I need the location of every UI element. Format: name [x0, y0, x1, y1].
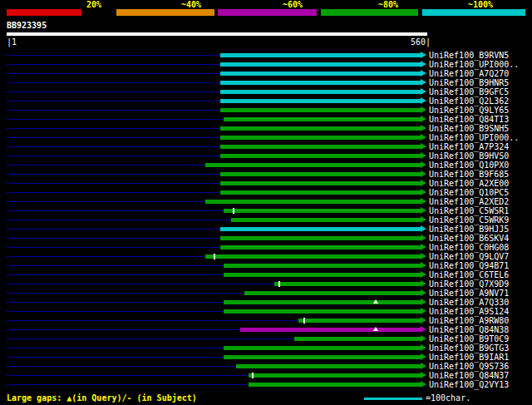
hit-label[interactable]: UniRef100_Q2L362	[429, 96, 509, 106]
alignment-bar[interactable]	[220, 81, 421, 85]
hit-label[interactable]: UniRef100_Q84TI3	[429, 115, 509, 124]
alignment-bar[interactable]	[220, 136, 421, 140]
key-segment-100pct	[422, 9, 525, 16]
hit-label[interactable]: UniRef100_Q94B71	[429, 261, 509, 270]
alignment-arrowhead-icon	[421, 52, 426, 58]
hit-label[interactable]: UniRef100_Q10PX0	[429, 161, 509, 170]
alignment-row: UniRef100_Q84N37	[0, 371, 532, 380]
alignment-bar[interactable]	[240, 328, 421, 332]
ruler-start-label: |1	[7, 37, 17, 47]
alignment-bar[interactable]	[298, 319, 421, 323]
alignment-bar[interactable]	[224, 209, 421, 213]
alignment-bar[interactable]	[224, 309, 421, 314]
hit-label[interactable]: UniRef100_C0HG08	[429, 243, 509, 252]
alignment-bar[interactable]	[220, 154, 421, 158]
hit-label[interactable]: UniRef100_C5WRK9	[429, 215, 509, 225]
hit-label[interactable]: UniRef100_Q2VY13	[429, 380, 509, 389]
alignment-bar[interactable]	[236, 364, 421, 368]
alignment-bar[interactable]	[220, 90, 421, 94]
alignment-arrowhead-icon	[421, 271, 426, 278]
hit-label[interactable]: UniRef100_Q10PC5	[429, 188, 509, 197]
hit-label[interactable]: UniRef100_B9HVS0	[429, 151, 509, 161]
alignment-bar[interactable]	[224, 273, 421, 277]
alignment-bar[interactable]	[220, 145, 421, 149]
alignment-bar[interactable]	[220, 72, 421, 76]
alignment-arrowhead-icon	[421, 353, 426, 360]
alignment-bar[interactable]	[220, 108, 421, 112]
hit-label[interactable]: UniRef100_B9T0C9	[429, 334, 509, 343]
hit-label[interactable]: UniRef100_B9HNR5	[429, 78, 509, 87]
hit-label[interactable]: UniRef100_B9GFC5	[429, 87, 509, 96]
alignment-row: UniRef100_B9GFC5	[0, 87, 532, 96]
alignment-bar[interactable]	[249, 383, 421, 387]
alignment-bar[interactable]	[224, 355, 421, 359]
alignment-row: UniRef100_UPI000..	[0, 60, 532, 69]
hit-label[interactable]: UniRef100_C5WSR1	[429, 206, 509, 215]
hit-label[interactable]: UniRef100_B6SKV4	[429, 234, 509, 243]
hit-label[interactable]: UniRef100_Q9LY65	[429, 106, 509, 115]
hit-label[interactable]: UniRef100_Q9LQV7	[429, 252, 509, 261]
alignment-bar[interactable]	[274, 282, 421, 286]
alignment-bar[interactable]	[224, 264, 421, 268]
alignment-row: UniRef100_Q94B71	[0, 261, 532, 270]
alignment-bar[interactable]	[220, 126, 421, 131]
alignment-arrowhead-icon	[421, 88, 426, 95]
alignment-bar[interactable]	[220, 99, 421, 103]
hit-label[interactable]: UniRef100_B9F685	[429, 170, 509, 179]
alignment-row: UniRef100_B6SKV4	[0, 234, 532, 243]
alignment-bar[interactable]	[220, 172, 421, 176]
alignment-bar[interactable]	[220, 245, 421, 249]
hit-label[interactable]: UniRef100_B9SNH5	[429, 124, 509, 133]
alignment-row: UniRef100_C6TEL6	[0, 270, 532, 279]
alignment-arrowhead-icon	[421, 125, 426, 131]
subject-gap-tick	[252, 373, 254, 378]
alignment-arrowhead-icon	[421, 161, 426, 168]
alignment-bar[interactable]	[224, 346, 421, 350]
alignment-bar[interactable]	[224, 117, 421, 121]
alignment-bar[interactable]	[205, 163, 421, 167]
alignment-row: UniRef100_A7P324	[0, 142, 532, 151]
alignment-arrowhead-icon	[421, 70, 426, 77]
alignment-row: UniRef100_A9S124	[0, 307, 532, 316]
hit-label[interactable]: UniRef100_A7Q270	[429, 69, 509, 78]
alignment-bar[interactable]	[220, 190, 421, 195]
hit-label[interactable]: UniRef100_B9RVN5	[429, 51, 509, 60]
alignment-bar[interactable]	[205, 254, 421, 259]
alignment-bar[interactable]	[224, 300, 421, 304]
alignment-row: UniRef100_A7Q330	[0, 298, 532, 307]
alignment-row: UniRef100_A7Q270	[0, 69, 532, 78]
hit-label[interactable]: UniRef100_A7Q330	[429, 298, 509, 307]
hit-label[interactable]: UniRef100_Q84N37	[429, 371, 509, 380]
hit-label[interactable]: UniRef100_Q7X9D9	[429, 279, 509, 289]
alignment-arrowhead-icon	[421, 299, 426, 305]
alignment-row: UniRef100_Q9LY65	[0, 106, 532, 115]
hit-label[interactable]: UniRef100_B9GTG3	[429, 343, 509, 353]
alignment-row: UniRef100_A2XED2	[0, 197, 532, 206]
alignment-bar[interactable]	[220, 227, 421, 231]
alignment-bar[interactable]	[220, 181, 421, 185]
hit-label[interactable]: UniRef100_A7P324	[429, 142, 509, 151]
hit-label[interactable]: UniRef100_UPI000..	[429, 133, 519, 142]
hit-label[interactable]: UniRef100_B9IAR1	[429, 353, 509, 362]
hit-label[interactable]: UniRef100_Q9S736	[429, 362, 509, 371]
alignment-arrowhead-icon	[421, 363, 426, 369]
hit-label[interactable]: UniRef100_Q84N38	[429, 325, 509, 334]
hit-label[interactable]: UniRef100_A2XE00	[429, 179, 509, 188]
alignment-bar[interactable]	[244, 291, 421, 295]
alignment-bar[interactable]	[231, 218, 421, 222]
hit-label[interactable]: UniRef100_UPI000..	[429, 60, 519, 69]
hit-label[interactable]: UniRef100_B9HJJ5	[429, 225, 509, 234]
hit-label[interactable]: UniRef100_A9NV71	[429, 289, 509, 298]
hit-label[interactable]: UniRef100_A2XED2	[429, 197, 509, 206]
alignment-arrowhead-icon	[421, 134, 426, 141]
alignment-row: UniRef100_Q84TI3	[0, 115, 532, 124]
alignment-bar[interactable]	[249, 373, 421, 378]
alignment-bar[interactable]	[220, 53, 421, 57]
hit-label[interactable]: UniRef100_A9S124	[429, 307, 509, 316]
hit-label[interactable]: UniRef100_C6TEL6	[429, 270, 509, 279]
alignment-bar[interactable]	[205, 200, 421, 204]
alignment-bar[interactable]	[294, 337, 421, 341]
alignment-bar[interactable]	[220, 62, 421, 67]
hit-label[interactable]: UniRef100_A9RW80	[429, 316, 509, 325]
alignment-bar[interactable]	[220, 236, 421, 240]
